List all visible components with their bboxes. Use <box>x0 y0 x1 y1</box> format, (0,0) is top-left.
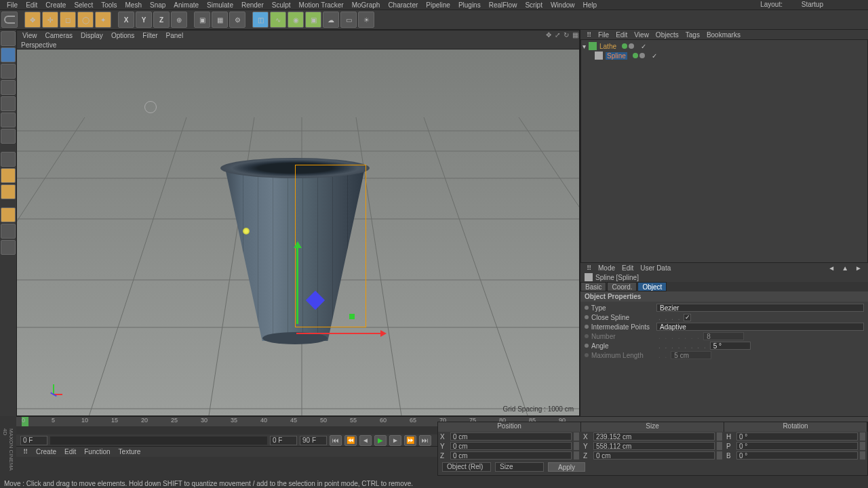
menu-motiontracker[interactable]: Motion Tracker <box>295 1 348 9</box>
render-settings[interactable]: ⚙ <box>229 12 245 28</box>
scale-tool[interactable]: ◻ <box>60 12 76 28</box>
add-generator[interactable]: ◉ <box>288 12 304 28</box>
am-nav-back-icon[interactable]: ◄ <box>825 264 838 272</box>
vp-menu-options[interactable]: Options <box>108 32 137 39</box>
handle-xz[interactable] <box>349 314 355 319</box>
prev-frame-button[interactable]: ◄ <box>359 435 372 446</box>
render-view[interactable]: ▣ <box>194 12 210 28</box>
snap-toggle[interactable] <box>1 184 16 199</box>
goto-end-button[interactable]: ⏭ <box>419 435 431 446</box>
render-dot[interactable] <box>639 53 645 58</box>
add-spline[interactable]: ∿ <box>270 12 286 28</box>
menu-tools[interactable]: Tools <box>97 1 121 9</box>
menu-file[interactable]: File <box>3 1 22 9</box>
tree-label[interactable]: Spline <box>606 52 627 60</box>
am-handle-icon[interactable]: ⠿ <box>583 264 595 272</box>
select-tool[interactable]: ✥ <box>24 12 41 28</box>
make-editable[interactable] <box>1 31 16 46</box>
vp-rotate-icon[interactable]: ↻ <box>561 31 568 38</box>
visibility-dot[interactable] <box>633 53 638 58</box>
om-handle-icon[interactable]: ⠿ <box>583 31 595 39</box>
pos-y-field[interactable]: 0 cm <box>450 442 572 450</box>
move-tool[interactable]: ✢ <box>42 12 58 28</box>
workplane-tool[interactable] <box>1 207 16 222</box>
menu-simulate[interactable]: Simulate <box>203 1 237 9</box>
size-x-field[interactable]: 239.152 cm <box>593 432 715 441</box>
texture-mode[interactable] <box>1 64 16 79</box>
model-mode[interactable] <box>1 47 16 62</box>
goto-start-button[interactable]: ⏮ <box>330 435 342 446</box>
prop-type-dropdown[interactable]: Bezier <box>656 304 864 312</box>
coord-size-dropdown[interactable]: Size <box>495 462 544 472</box>
menu-script[interactable]: Script <box>521 1 547 9</box>
om-bookmarks[interactable]: Bookmarks <box>703 31 744 39</box>
menu-character[interactable]: Character <box>384 1 422 9</box>
coord-mode-dropdown[interactable]: Object (Rel) <box>442 462 491 472</box>
om-edit[interactable]: Edit <box>612 31 631 39</box>
coord-system[interactable]: ⊕ <box>171 12 187 28</box>
tree-label[interactable]: Lathe <box>599 43 616 50</box>
add-light[interactable]: ☀ <box>358 12 374 28</box>
undo-button[interactable] <box>1 12 18 28</box>
rotate-tool[interactable]: ◯ <box>77 12 94 28</box>
am-nav-up-icon[interactable]: ▲ <box>838 264 852 272</box>
point-mode[interactable] <box>1 96 16 111</box>
vp-maximize-icon[interactable]: ▦ <box>570 31 576 38</box>
tree-item-lathe[interactable]: ▾ Lathe ✓ <box>583 41 866 51</box>
menu-sculpt[interactable]: Sculpt <box>268 1 295 9</box>
object-tree[interactable]: ▾ Lathe ✓ Spline ✓ <box>580 39 868 263</box>
om-view[interactable]: View <box>631 31 652 39</box>
expand-icon[interactable]: ▾ <box>583 43 586 50</box>
axis-y-gizmo[interactable] <box>296 243 298 324</box>
menu-snap[interactable]: Snap <box>146 1 170 9</box>
menu-create[interactable]: Create <box>41 1 70 9</box>
vp-menu-filter[interactable]: Filter <box>140 32 160 39</box>
axis-z-lock[interactable]: Z <box>153 12 170 28</box>
goto-next-key-button[interactable]: ⏩ <box>404 435 416 446</box>
add-camera[interactable]: ▭ <box>340 12 357 28</box>
vp-menu-panel[interactable]: Panel <box>163 32 186 39</box>
axis-mode[interactable] <box>1 152 16 167</box>
menu-realflow[interactable]: RealFlow <box>485 1 521 9</box>
spinner[interactable] <box>717 442 722 450</box>
pos-z-field[interactable]: 0 cm <box>450 451 572 460</box>
om-objects[interactable]: Objects <box>652 31 682 39</box>
am-userdata[interactable]: User Data <box>637 264 674 272</box>
frame-start-field[interactable]: 0 F <box>20 436 47 445</box>
frame-end-field[interactable]: 90 F <box>300 436 327 445</box>
tab-coord[interactable]: Coord. <box>607 282 637 291</box>
mm-create[interactable]: Create <box>32 448 60 455</box>
menu-edit[interactable]: Edit <box>22 1 41 9</box>
vp-pan-icon[interactable]: ✥ <box>543 31 550 38</box>
frame-current-field[interactable]: 0 F <box>270 436 297 445</box>
mm-edit[interactable]: Edit <box>60 448 80 455</box>
range-slider[interactable] <box>50 436 267 445</box>
axis-x-gizmo[interactable] <box>296 333 384 334</box>
spinner[interactable] <box>860 432 865 441</box>
size-y-field[interactable]: 558.112 cm <box>593 442 715 450</box>
tree-item-spline[interactable]: Spline ✓ <box>583 51 866 60</box>
menu-pipeline[interactable]: Pipeline <box>422 1 454 9</box>
edge-mode[interactable] <box>1 113 16 127</box>
planar-workplane[interactable] <box>1 240 16 255</box>
size-z-field[interactable]: 0 cm <box>593 451 715 460</box>
mm-function[interactable]: Function <box>80 448 114 455</box>
spinner[interactable] <box>574 451 579 460</box>
menu-mesh[interactable]: Mesh <box>121 1 146 9</box>
add-deformer[interactable]: ▣ <box>305 12 321 28</box>
tag-icon[interactable]: ✓ <box>652 52 657 60</box>
vp-menu-view[interactable]: View <box>20 32 40 39</box>
am-edit[interactable]: Edit <box>618 264 637 272</box>
prop-close-checkbox[interactable]: ✓ <box>684 314 691 321</box>
menu-window[interactable]: Window <box>547 1 579 9</box>
render-region[interactable]: ▦ <box>212 12 228 28</box>
prop-angle-field[interactable]: 5 ° <box>710 342 751 350</box>
axis-x-lock[interactable]: X <box>118 12 134 28</box>
render-dot[interactable] <box>629 43 634 49</box>
viewport-3d[interactable]: Grid Spacing : 1000 cm <box>17 49 579 415</box>
spinner[interactable] <box>574 442 579 450</box>
rot-p-field[interactable]: 0 ° <box>736 442 858 450</box>
mm-handle-icon[interactable]: ⠿ <box>19 448 32 455</box>
am-nav-fwd-icon[interactable]: ► <box>852 264 865 272</box>
layout-dropdown[interactable]: Startup <box>797 1 827 8</box>
